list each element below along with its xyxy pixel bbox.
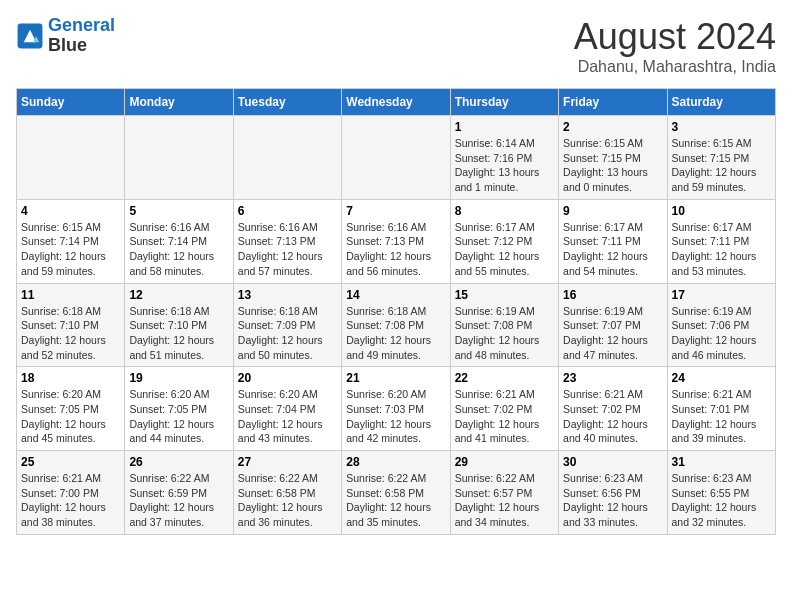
day-info: Sunrise: 6:16 AM Sunset: 7:14 PM Dayligh… — [129, 220, 228, 279]
day-info: Sunrise: 6:19 AM Sunset: 7:07 PM Dayligh… — [563, 304, 662, 363]
day-number: 13 — [238, 288, 337, 302]
calendar-cell: 31Sunrise: 6:23 AM Sunset: 6:55 PM Dayli… — [667, 451, 775, 535]
calendar-cell: 28Sunrise: 6:22 AM Sunset: 6:58 PM Dayli… — [342, 451, 450, 535]
day-number: 1 — [455, 120, 554, 134]
day-info: Sunrise: 6:15 AM Sunset: 7:15 PM Dayligh… — [672, 136, 771, 195]
day-info: Sunrise: 6:22 AM Sunset: 6:57 PM Dayligh… — [455, 471, 554, 530]
calendar-cell: 5Sunrise: 6:16 AM Sunset: 7:14 PM Daylig… — [125, 199, 233, 283]
day-number: 15 — [455, 288, 554, 302]
day-number: 27 — [238, 455, 337, 469]
day-number: 26 — [129, 455, 228, 469]
day-header-sunday: Sunday — [17, 89, 125, 116]
day-info: Sunrise: 6:18 AM Sunset: 7:10 PM Dayligh… — [129, 304, 228, 363]
day-info: Sunrise: 6:20 AM Sunset: 7:05 PM Dayligh… — [129, 387, 228, 446]
calendar-cell: 16Sunrise: 6:19 AM Sunset: 7:07 PM Dayli… — [559, 283, 667, 367]
day-header-thursday: Thursday — [450, 89, 558, 116]
day-info: Sunrise: 6:20 AM Sunset: 7:04 PM Dayligh… — [238, 387, 337, 446]
day-info: Sunrise: 6:21 AM Sunset: 7:02 PM Dayligh… — [563, 387, 662, 446]
calendar-week-row: 4Sunrise: 6:15 AM Sunset: 7:14 PM Daylig… — [17, 199, 776, 283]
calendar-cell: 9Sunrise: 6:17 AM Sunset: 7:11 PM Daylig… — [559, 199, 667, 283]
day-info: Sunrise: 6:23 AM Sunset: 6:56 PM Dayligh… — [563, 471, 662, 530]
calendar-cell: 8Sunrise: 6:17 AM Sunset: 7:12 PM Daylig… — [450, 199, 558, 283]
calendar-cell: 25Sunrise: 6:21 AM Sunset: 7:00 PM Dayli… — [17, 451, 125, 535]
day-info: Sunrise: 6:15 AM Sunset: 7:15 PM Dayligh… — [563, 136, 662, 195]
calendar-cell: 20Sunrise: 6:20 AM Sunset: 7:04 PM Dayli… — [233, 367, 341, 451]
calendar-cell — [125, 116, 233, 200]
calendar-cell: 11Sunrise: 6:18 AM Sunset: 7:10 PM Dayli… — [17, 283, 125, 367]
day-header-monday: Monday — [125, 89, 233, 116]
day-info: Sunrise: 6:19 AM Sunset: 7:06 PM Dayligh… — [672, 304, 771, 363]
day-info: Sunrise: 6:18 AM Sunset: 7:08 PM Dayligh… — [346, 304, 445, 363]
day-info: Sunrise: 6:15 AM Sunset: 7:14 PM Dayligh… — [21, 220, 120, 279]
title-block: August 2024 Dahanu, Maharashtra, India — [574, 16, 776, 76]
calendar-cell: 2Sunrise: 6:15 AM Sunset: 7:15 PM Daylig… — [559, 116, 667, 200]
day-header-tuesday: Tuesday — [233, 89, 341, 116]
day-number: 6 — [238, 204, 337, 218]
day-number: 18 — [21, 371, 120, 385]
day-info: Sunrise: 6:16 AM Sunset: 7:13 PM Dayligh… — [346, 220, 445, 279]
day-info: Sunrise: 6:18 AM Sunset: 7:10 PM Dayligh… — [21, 304, 120, 363]
day-number: 16 — [563, 288, 662, 302]
calendar-cell: 30Sunrise: 6:23 AM Sunset: 6:56 PM Dayli… — [559, 451, 667, 535]
calendar-week-row: 11Sunrise: 6:18 AM Sunset: 7:10 PM Dayli… — [17, 283, 776, 367]
calendar-cell: 3Sunrise: 6:15 AM Sunset: 7:15 PM Daylig… — [667, 116, 775, 200]
calendar-cell: 4Sunrise: 6:15 AM Sunset: 7:14 PM Daylig… — [17, 199, 125, 283]
calendar-cell: 21Sunrise: 6:20 AM Sunset: 7:03 PM Dayli… — [342, 367, 450, 451]
day-header-friday: Friday — [559, 89, 667, 116]
day-number: 24 — [672, 371, 771, 385]
day-number: 19 — [129, 371, 228, 385]
calendar-cell: 23Sunrise: 6:21 AM Sunset: 7:02 PM Dayli… — [559, 367, 667, 451]
month-year: August 2024 — [574, 16, 776, 58]
calendar-cell: 27Sunrise: 6:22 AM Sunset: 6:58 PM Dayli… — [233, 451, 341, 535]
calendar-cell: 13Sunrise: 6:18 AM Sunset: 7:09 PM Dayli… — [233, 283, 341, 367]
day-info: Sunrise: 6:23 AM Sunset: 6:55 PM Dayligh… — [672, 471, 771, 530]
day-number: 2 — [563, 120, 662, 134]
location: Dahanu, Maharashtra, India — [574, 58, 776, 76]
logo-line2: Blue — [48, 36, 115, 56]
day-info: Sunrise: 6:22 AM Sunset: 6:58 PM Dayligh… — [346, 471, 445, 530]
calendar-cell: 7Sunrise: 6:16 AM Sunset: 7:13 PM Daylig… — [342, 199, 450, 283]
day-info: Sunrise: 6:22 AM Sunset: 6:58 PM Dayligh… — [238, 471, 337, 530]
day-info: Sunrise: 6:18 AM Sunset: 7:09 PM Dayligh… — [238, 304, 337, 363]
calendar-cell — [233, 116, 341, 200]
logo-text: General Blue — [48, 16, 115, 56]
day-info: Sunrise: 6:14 AM Sunset: 7:16 PM Dayligh… — [455, 136, 554, 195]
day-number: 12 — [129, 288, 228, 302]
calendar-cell: 17Sunrise: 6:19 AM Sunset: 7:06 PM Dayli… — [667, 283, 775, 367]
day-info: Sunrise: 6:16 AM Sunset: 7:13 PM Dayligh… — [238, 220, 337, 279]
calendar-week-row: 18Sunrise: 6:20 AM Sunset: 7:05 PM Dayli… — [17, 367, 776, 451]
calendar-cell: 26Sunrise: 6:22 AM Sunset: 6:59 PM Dayli… — [125, 451, 233, 535]
day-number: 23 — [563, 371, 662, 385]
logo: General Blue — [16, 16, 115, 56]
day-info: Sunrise: 6:21 AM Sunset: 7:01 PM Dayligh… — [672, 387, 771, 446]
calendar-header-row: SundayMondayTuesdayWednesdayThursdayFrid… — [17, 89, 776, 116]
day-info: Sunrise: 6:17 AM Sunset: 7:11 PM Dayligh… — [563, 220, 662, 279]
day-number: 3 — [672, 120, 771, 134]
logo-line1: General — [48, 15, 115, 35]
calendar-cell: 6Sunrise: 6:16 AM Sunset: 7:13 PM Daylig… — [233, 199, 341, 283]
day-number: 14 — [346, 288, 445, 302]
day-info: Sunrise: 6:17 AM Sunset: 7:12 PM Dayligh… — [455, 220, 554, 279]
calendar-week-row: 25Sunrise: 6:21 AM Sunset: 7:00 PM Dayli… — [17, 451, 776, 535]
calendar-table: SundayMondayTuesdayWednesdayThursdayFrid… — [16, 88, 776, 535]
calendar-cell: 24Sunrise: 6:21 AM Sunset: 7:01 PM Dayli… — [667, 367, 775, 451]
calendar-week-row: 1Sunrise: 6:14 AM Sunset: 7:16 PM Daylig… — [17, 116, 776, 200]
calendar-cell: 14Sunrise: 6:18 AM Sunset: 7:08 PM Dayli… — [342, 283, 450, 367]
day-number: 17 — [672, 288, 771, 302]
day-number: 30 — [563, 455, 662, 469]
day-info: Sunrise: 6:17 AM Sunset: 7:11 PM Dayligh… — [672, 220, 771, 279]
day-number: 21 — [346, 371, 445, 385]
day-number: 28 — [346, 455, 445, 469]
day-number: 22 — [455, 371, 554, 385]
day-number: 11 — [21, 288, 120, 302]
calendar-cell: 19Sunrise: 6:20 AM Sunset: 7:05 PM Dayli… — [125, 367, 233, 451]
calendar-cell — [17, 116, 125, 200]
calendar-cell: 10Sunrise: 6:17 AM Sunset: 7:11 PM Dayli… — [667, 199, 775, 283]
calendar-cell: 1Sunrise: 6:14 AM Sunset: 7:16 PM Daylig… — [450, 116, 558, 200]
day-number: 29 — [455, 455, 554, 469]
day-info: Sunrise: 6:20 AM Sunset: 7:03 PM Dayligh… — [346, 387, 445, 446]
calendar-cell: 18Sunrise: 6:20 AM Sunset: 7:05 PM Dayli… — [17, 367, 125, 451]
day-header-wednesday: Wednesday — [342, 89, 450, 116]
calendar-cell: 12Sunrise: 6:18 AM Sunset: 7:10 PM Dayli… — [125, 283, 233, 367]
page-header: General Blue August 2024 Dahanu, Maharas… — [16, 16, 776, 76]
